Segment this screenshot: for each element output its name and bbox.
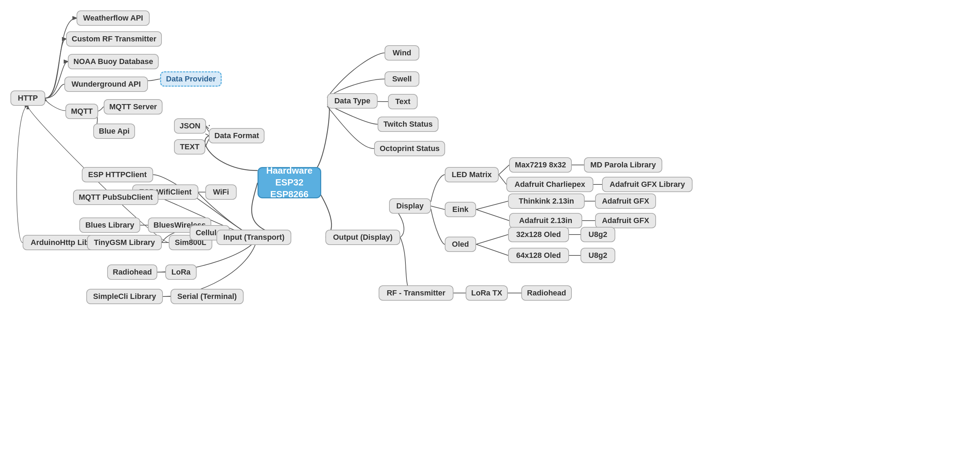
- node-json: JSON: [174, 118, 206, 133]
- node-twitchStatus: Twitch Status: [378, 117, 439, 132]
- node-oled: Oled: [445, 237, 476, 252]
- node-radiohead: Radiohead: [107, 264, 157, 280]
- node-adafruitCharliepex: Adafruit Charliepex: [506, 177, 593, 192]
- node-adafruit213: Adafruit 2.13in: [509, 213, 582, 228]
- node-center: Haardware ESP32 ESP8266: [258, 167, 321, 199]
- node-mqttPubSub: MQTT PubSubClient: [73, 190, 158, 205]
- node-weatherflow: Weatherflow API: [76, 10, 150, 26]
- node-simpleCli: SimpleCli Library: [86, 289, 163, 304]
- node-bluesLibrary: Blues Library: [80, 218, 140, 233]
- node-noaa: NOAA Buoy Database: [68, 54, 159, 69]
- node-u8g2a: U8g2: [581, 227, 615, 242]
- node-inputTransport: Input (Transport): [216, 230, 291, 245]
- node-dataFormat: Data Format: [209, 128, 264, 143]
- node-text_node: TEXT: [174, 139, 205, 154]
- connections-svg: [0, 0, 980, 467]
- node-mqttServer: MQTT Server: [104, 99, 162, 114]
- node-adafruitGFXLib: Adafruit GFX Library: [602, 177, 692, 192]
- node-wind: Wind: [385, 45, 419, 60]
- node-thinkink: Thinkink 2.13in: [508, 194, 585, 209]
- node-espHttpClient: ESP HTTPClient: [82, 167, 153, 182]
- node-dataType: Data Type: [327, 93, 378, 108]
- node-oled64x128: 64x128 Oled: [508, 248, 569, 263]
- node-wifi: WiFi: [205, 184, 237, 200]
- node-tinyGSM: TinyGSM Library: [87, 235, 162, 250]
- node-blueApi: Blue Api: [93, 124, 135, 139]
- node-textData: Text: [388, 94, 418, 109]
- node-mqtt: MQTT: [65, 104, 98, 119]
- node-loraTX: LoRa TX: [466, 285, 508, 301]
- node-octoprintStatus: Octoprint Status: [374, 141, 445, 156]
- node-customRF: Custom RF Transmitter: [66, 31, 162, 47]
- node-mdParola: MD Parola Library: [584, 157, 662, 173]
- node-adafruitGFX1: Adafruit GFX: [595, 194, 656, 209]
- node-http: HTTP: [10, 91, 45, 106]
- node-display: Display: [389, 199, 431, 214]
- node-outputDisplay: Output (Display): [325, 230, 400, 245]
- node-radioheadRF: Radiohead: [521, 285, 572, 301]
- node-max7219: Max7219 8x32: [509, 157, 572, 173]
- node-ledMatrix: LED Matrix: [445, 167, 499, 182]
- node-adafruitGFX2: Adafruit GFX: [595, 213, 656, 228]
- node-wunderground: Wunderground API: [64, 76, 148, 92]
- node-dataProvider: Data Provider: [160, 71, 222, 87]
- node-serialTerminal: Serial (Terminal): [170, 289, 243, 304]
- node-lora: LoRa: [165, 264, 197, 280]
- node-eink: Eink: [445, 202, 476, 217]
- node-u8g2b: U8g2: [581, 248, 615, 263]
- node-swell: Swell: [385, 71, 419, 87]
- node-rfTransmitter: RF - Transmitter: [379, 285, 453, 301]
- node-oled32x128: 32x128 Oled: [508, 227, 569, 242]
